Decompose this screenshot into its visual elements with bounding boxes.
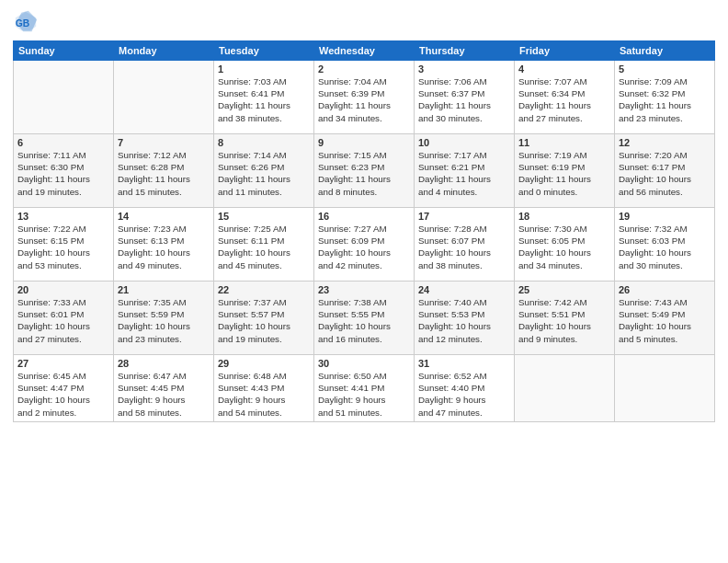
calendar-day-cell: 14Sunrise: 7:23 AM Sunset: 6:13 PM Dayli… (114, 208, 214, 282)
day-number: 17 (418, 211, 510, 222)
day-info: Sunrise: 7:35 AM Sunset: 5:59 PM Dayligh… (118, 296, 210, 345)
day-info: Sunrise: 7:15 AM Sunset: 6:23 PM Dayligh… (318, 149, 410, 198)
calendar-header-wednesday: Wednesday (314, 41, 415, 61)
calendar-day-cell: 24Sunrise: 7:40 AM Sunset: 5:53 PM Dayli… (415, 282, 515, 355)
calendar-day-cell (14, 61, 114, 134)
calendar-header-friday: Friday (515, 41, 615, 61)
day-number: 9 (318, 137, 410, 148)
day-info: Sunrise: 7:43 AM Sunset: 5:49 PM Dayligh… (619, 296, 711, 345)
calendar-day-cell: 19Sunrise: 7:32 AM Sunset: 6:03 PM Dayli… (615, 208, 715, 282)
calendar-day-cell: 1Sunrise: 7:03 AM Sunset: 6:41 PM Daylig… (214, 61, 314, 134)
calendar-day-cell: 28Sunrise: 6:47 AM Sunset: 4:45 PM Dayli… (114, 355, 214, 422)
day-info: Sunrise: 7:27 AM Sunset: 6:09 PM Dayligh… (318, 223, 410, 271)
day-number: 3 (418, 63, 510, 75)
day-number: 28 (118, 358, 210, 369)
day-info: Sunrise: 7:19 AM Sunset: 6:19 PM Dayligh… (518, 149, 610, 198)
day-number: 7 (118, 137, 210, 148)
day-info: Sunrise: 7:32 AM Sunset: 6:03 PM Dayligh… (619, 223, 711, 271)
day-number: 29 (218, 358, 310, 369)
calendar-day-cell: 25Sunrise: 7:42 AM Sunset: 5:51 PM Dayli… (515, 282, 615, 355)
day-info: Sunrise: 7:20 AM Sunset: 6:17 PM Dayligh… (619, 149, 711, 198)
calendar-day-cell: 27Sunrise: 6:45 AM Sunset: 4:47 PM Dayli… (14, 355, 114, 422)
day-info: Sunrise: 7:30 AM Sunset: 6:05 PM Dayligh… (518, 223, 610, 271)
calendar-header-monday: Monday (114, 41, 214, 61)
day-info: Sunrise: 7:37 AM Sunset: 5:57 PM Dayligh… (218, 296, 310, 345)
calendar-day-cell: 6Sunrise: 7:11 AM Sunset: 6:30 PM Daylig… (14, 134, 114, 208)
day-info: Sunrise: 6:52 AM Sunset: 4:40 PM Dayligh… (418, 370, 510, 419)
day-info: Sunrise: 6:50 AM Sunset: 4:41 PM Dayligh… (318, 370, 410, 419)
day-number: 11 (518, 137, 610, 148)
day-info: Sunrise: 7:07 AM Sunset: 6:34 PM Dayligh… (518, 75, 610, 124)
calendar-day-cell: 8Sunrise: 7:14 AM Sunset: 6:26 PM Daylig… (214, 134, 314, 208)
calendar-day-cell: 29Sunrise: 6:48 AM Sunset: 4:43 PM Dayli… (214, 355, 314, 422)
calendar-day-cell: 30Sunrise: 6:50 AM Sunset: 4:41 PM Dayli… (314, 355, 415, 422)
page-container: GB SundayMondayTuesdayWednesdayThursdayF… (0, 0, 728, 428)
day-number: 10 (418, 137, 510, 148)
calendar-day-cell (515, 355, 615, 422)
day-number: 15 (218, 211, 310, 222)
day-info: Sunrise: 7:11 AM Sunset: 6:30 PM Dayligh… (17, 149, 109, 198)
day-info: Sunrise: 6:48 AM Sunset: 4:43 PM Dayligh… (218, 370, 310, 419)
calendar-day-cell: 18Sunrise: 7:30 AM Sunset: 6:05 PM Dayli… (515, 208, 615, 282)
day-info: Sunrise: 6:47 AM Sunset: 4:45 PM Dayligh… (118, 370, 210, 419)
day-info: Sunrise: 7:09 AM Sunset: 6:32 PM Dayligh… (619, 75, 711, 124)
day-number: 4 (518, 63, 610, 75)
calendar-day-cell: 21Sunrise: 7:35 AM Sunset: 5:59 PM Dayli… (114, 282, 214, 355)
calendar-day-cell (114, 61, 214, 134)
calendar-day-cell: 10Sunrise: 7:17 AM Sunset: 6:21 PM Dayli… (415, 134, 515, 208)
calendar-day-cell: 16Sunrise: 7:27 AM Sunset: 6:09 PM Dayli… (314, 208, 415, 282)
calendar-header-sunday: Sunday (14, 41, 114, 61)
calendar-header-thursday: Thursday (415, 41, 515, 61)
calendar-day-cell: 3Sunrise: 7:06 AM Sunset: 6:37 PM Daylig… (415, 61, 515, 134)
day-number: 12 (619, 137, 711, 148)
day-info: Sunrise: 7:04 AM Sunset: 6:39 PM Dayligh… (318, 75, 410, 124)
calendar-week-row: 13Sunrise: 7:22 AM Sunset: 6:15 PM Dayli… (14, 208, 715, 282)
calendar-day-cell: 31Sunrise: 6:52 AM Sunset: 4:40 PM Dayli… (415, 355, 515, 422)
day-info: Sunrise: 7:06 AM Sunset: 6:37 PM Dayligh… (418, 75, 510, 124)
calendar-header-saturday: Saturday (615, 41, 715, 61)
svg-text:GB: GB (16, 18, 29, 29)
calendar-day-cell: 22Sunrise: 7:37 AM Sunset: 5:57 PM Dayli… (214, 282, 314, 355)
calendar-day-cell: 26Sunrise: 7:43 AM Sunset: 5:49 PM Dayli… (615, 282, 715, 355)
day-info: Sunrise: 7:17 AM Sunset: 6:21 PM Dayligh… (418, 149, 510, 198)
calendar-day-cell: 23Sunrise: 7:38 AM Sunset: 5:55 PM Dayli… (314, 282, 415, 355)
day-info: Sunrise: 7:25 AM Sunset: 6:11 PM Dayligh… (218, 223, 310, 271)
day-number: 18 (518, 211, 610, 222)
day-number: 21 (118, 284, 210, 295)
header: GB (13, 9, 715, 35)
day-info: Sunrise: 7:28 AM Sunset: 6:07 PM Dayligh… (418, 223, 510, 271)
logo: GB (13, 9, 40, 35)
day-number: 26 (619, 284, 711, 295)
calendar-day-cell: 11Sunrise: 7:19 AM Sunset: 6:19 PM Dayli… (515, 134, 615, 208)
day-number: 27 (17, 358, 109, 369)
calendar-day-cell: 4Sunrise: 7:07 AM Sunset: 6:34 PM Daylig… (515, 61, 615, 134)
calendar-day-cell: 15Sunrise: 7:25 AM Sunset: 6:11 PM Dayli… (214, 208, 314, 282)
day-info: Sunrise: 7:03 AM Sunset: 6:41 PM Dayligh… (218, 75, 310, 124)
calendar-table: SundayMondayTuesdayWednesdayThursdayFrid… (13, 40, 715, 422)
calendar-week-row: 27Sunrise: 6:45 AM Sunset: 4:47 PM Dayli… (14, 355, 715, 422)
day-number: 16 (318, 211, 410, 222)
calendar-week-row: 6Sunrise: 7:11 AM Sunset: 6:30 PM Daylig… (14, 134, 715, 208)
day-number: 20 (17, 284, 109, 295)
calendar-header-tuesday: Tuesday (214, 41, 314, 61)
day-info: Sunrise: 7:42 AM Sunset: 5:51 PM Dayligh… (518, 296, 610, 345)
day-info: Sunrise: 7:14 AM Sunset: 6:26 PM Dayligh… (218, 149, 310, 198)
day-number: 30 (318, 358, 410, 369)
day-number: 6 (17, 137, 109, 148)
day-number: 1 (218, 63, 310, 75)
calendar-day-cell: 12Sunrise: 7:20 AM Sunset: 6:17 PM Dayli… (615, 134, 715, 208)
day-number: 14 (118, 211, 210, 222)
day-number: 25 (518, 284, 610, 295)
logo-icon: GB (13, 9, 39, 35)
calendar-day-cell (615, 355, 715, 422)
calendar-day-cell: 17Sunrise: 7:28 AM Sunset: 6:07 PM Dayli… (415, 208, 515, 282)
day-number: 23 (318, 284, 410, 295)
calendar-day-cell: 5Sunrise: 7:09 AM Sunset: 6:32 PM Daylig… (615, 61, 715, 134)
day-number: 19 (619, 211, 711, 222)
calendar-week-row: 1Sunrise: 7:03 AM Sunset: 6:41 PM Daylig… (14, 61, 715, 134)
day-number: 24 (418, 284, 510, 295)
day-info: Sunrise: 7:40 AM Sunset: 5:53 PM Dayligh… (418, 296, 510, 345)
day-number: 13 (17, 211, 109, 222)
calendar-day-cell: 2Sunrise: 7:04 AM Sunset: 6:39 PM Daylig… (314, 61, 415, 134)
calendar-day-cell: 20Sunrise: 7:33 AM Sunset: 6:01 PM Dayli… (14, 282, 114, 355)
